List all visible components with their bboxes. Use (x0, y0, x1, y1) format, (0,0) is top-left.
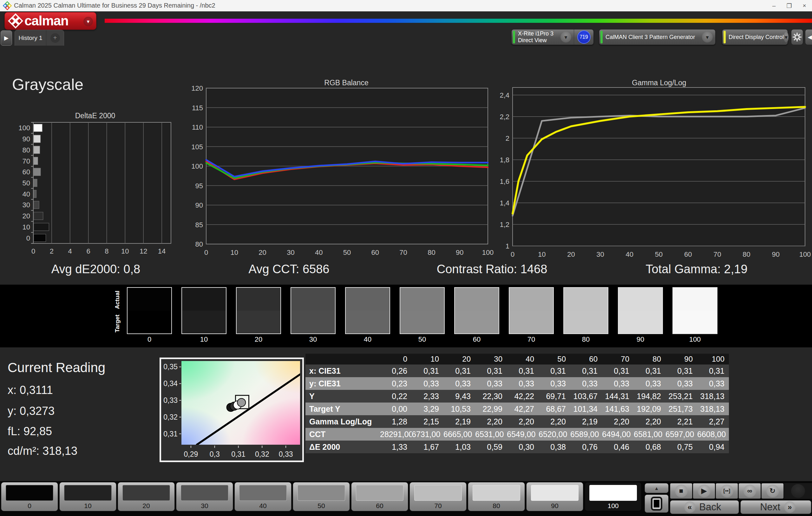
swatch-actual (618, 288, 662, 311)
svg-text:14: 14 (158, 247, 166, 255)
swatch-level-label: 50 (400, 335, 445, 343)
inactive-indicator (784, 483, 812, 499)
back-button[interactable]: « Back (670, 500, 739, 514)
table-cell: 6520,00 (539, 428, 570, 441)
next-label: Next (760, 502, 780, 513)
expand-panel-button[interactable]: ▶ (1, 30, 12, 45)
table-cell: 2,20 (539, 415, 570, 428)
pattern-swatch (122, 485, 170, 501)
restore-icon[interactable]: ❐ (782, 0, 797, 11)
window-pattern-icon (651, 497, 662, 511)
pattern-level-button-80[interactable]: 80 (468, 482, 525, 511)
reading-fl: fL: 92,85 (8, 425, 52, 438)
svg-text:30: 30 (596, 250, 604, 258)
chevron-down-icon[interactable]: ▼ (702, 32, 713, 42)
collapse-panel-button[interactable]: ◀ (805, 29, 812, 45)
table-cell: 22,30 (475, 390, 507, 402)
pattern-level-button-50[interactable]: 50 (293, 482, 350, 511)
swatch-target (127, 311, 171, 333)
step-measure-button[interactable]: [••] (716, 483, 738, 499)
svg-text:20: 20 (567, 250, 575, 258)
table-cell: 0,31 (634, 364, 665, 377)
svg-text:110: 110 (192, 123, 203, 131)
pattern-level-button-70[interactable]: 70 (409, 482, 467, 511)
minimize-icon[interactable]: – (766, 0, 782, 11)
svg-text:10: 10 (538, 250, 546, 258)
svg-text:50: 50 (655, 250, 663, 258)
back-label: Back (699, 502, 721, 513)
stat-contrast-ratio: Contrast Ratio: 1468 (437, 263, 548, 276)
table-cell: 6731,00 (412, 428, 443, 441)
close-icon[interactable]: × (797, 0, 812, 11)
svg-text:100: 100 (482, 248, 494, 256)
reading-y: y: 0,3273 (8, 404, 55, 418)
swatch-level-label: 0 (127, 335, 172, 343)
svg-text:120: 120 (191, 84, 203, 92)
table-row: Gamma Log/Log1,282,152,192,202,202,202,1… (306, 415, 729, 428)
pattern-level-button-30[interactable]: 30 (176, 482, 233, 511)
table-cell: 0,68 (634, 441, 665, 453)
grayscale-swatch-50 (400, 287, 445, 334)
display-control-dropdown[interactable]: Direct Display Control ▼ (722, 29, 788, 45)
settings-button[interactable] (791, 29, 803, 45)
calman-menu-button[interactable]: calman ▼ (4, 12, 96, 30)
pattern-level-label: 80 (468, 502, 525, 510)
chevron-down-icon[interactable]: ▼ (560, 32, 571, 42)
table-cell: 0,38 (539, 441, 570, 453)
pattern-level-button-90[interactable]: 90 (526, 482, 583, 511)
strip-actual-label: Actual (114, 290, 121, 309)
pattern-window-button[interactable] (644, 494, 669, 513)
pattern-swatch (531, 485, 579, 501)
up-arrow-icon: ▲ (655, 486, 659, 491)
meter-dropdown[interactable]: X-Rite i1Pro 3 Direct View ▼ 719 (511, 29, 594, 45)
table-cell: 0,00 (380, 402, 412, 415)
tab-history-1[interactable]: History 1 (15, 30, 46, 45)
continuous-measure-button[interactable]: ∞ (738, 483, 761, 499)
stop-button[interactable]: ■ (670, 483, 692, 499)
add-tab-button[interactable]: + (46, 30, 64, 45)
next-button[interactable]: Next » (740, 500, 811, 514)
pattern-level-label: 50 (293, 502, 350, 510)
swatch-level-label: 80 (563, 335, 608, 343)
refresh-button[interactable]: ↻ (761, 483, 784, 499)
svg-text:40: 40 (626, 250, 633, 258)
pattern-up-button[interactable]: ▲ (644, 483, 669, 493)
table-cell: 6589,00 (570, 428, 602, 441)
svg-text:0: 0 (511, 250, 515, 258)
table-col-header: 0 (380, 354, 412, 364)
swatch-actual (291, 288, 335, 311)
pattern-level-button-40[interactable]: 40 (234, 482, 291, 511)
svg-text:90: 90 (195, 201, 203, 209)
pattern-level-button-60[interactable]: 60 (351, 482, 408, 511)
pattern-level-button-100[interactable]: 100 (585, 482, 642, 511)
chevron-down-icon[interactable]: ▼ (784, 32, 788, 42)
pattern-level-button-0[interactable]: 0 (1, 482, 58, 511)
plus-icon: + (51, 33, 60, 43)
swatch-actual (673, 288, 717, 311)
swatch-target (618, 311, 662, 333)
pattern-generator-dropdown[interactable]: CalMAN Client 3 Pattern Generator ▼ (599, 29, 716, 45)
svg-text:0,31: 0,31 (231, 450, 245, 458)
pattern-swatch (181, 485, 228, 501)
pattern-swatch (414, 485, 462, 501)
svg-text:10: 10 (121, 247, 129, 255)
measurement-table: 0102030405060708090100x: CIE310,260,310,… (306, 354, 729, 453)
table-cell: 0,31 (443, 364, 475, 377)
brand-dropdown-icon[interactable]: ▼ (83, 17, 93, 26)
svg-text:95: 95 (195, 182, 203, 190)
pattern-level-button-20[interactable]: 20 (118, 482, 175, 511)
table-row-label: ΔE 2000 (306, 441, 380, 453)
pattern-level-button-10[interactable]: 10 (59, 482, 116, 511)
svg-text:30: 30 (287, 248, 294, 256)
table-cell: 0,31 (570, 364, 602, 377)
play-button[interactable]: ▶ (693, 483, 715, 499)
table-cell: 0,22 (380, 390, 412, 402)
cie-chart-frame: 0,350,340,330,320,310,290,30,310,320,33 (160, 358, 304, 462)
svg-text:80: 80 (195, 240, 203, 248)
grayscale-swatch-0 (127, 287, 172, 334)
svg-text:80: 80 (743, 250, 750, 258)
table-cell: 2,19 (570, 415, 602, 428)
svg-text:90: 90 (456, 248, 463, 256)
svg-text:0,33: 0,33 (163, 396, 178, 404)
pattern-swatch (239, 485, 287, 501)
